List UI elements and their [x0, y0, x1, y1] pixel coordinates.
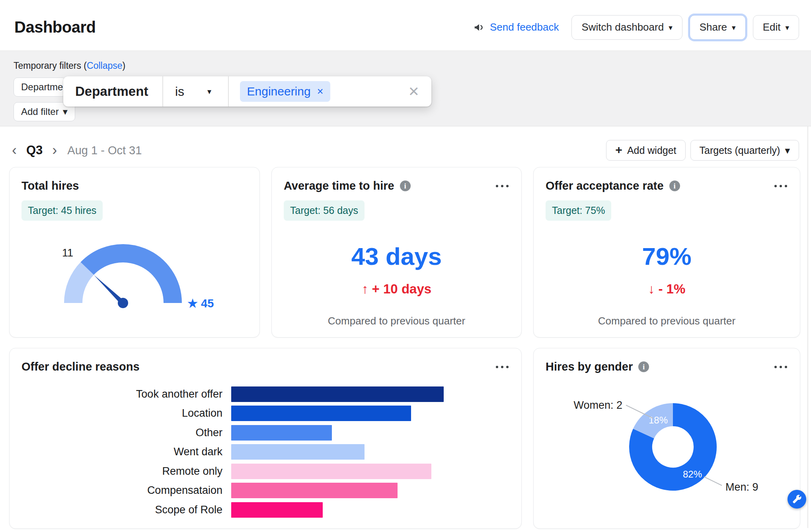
bar-row: Scope of Role	[21, 500, 509, 520]
card-title: Total hires	[21, 179, 79, 192]
chevron-down-icon: ▾	[785, 145, 790, 156]
filter-value-chip[interactable]: Engineering ×	[240, 81, 331, 102]
more-menu-icon[interactable]	[495, 363, 509, 371]
bar	[231, 502, 323, 518]
bar-label: Other	[21, 427, 231, 439]
bar-label: Took another offer	[21, 388, 231, 400]
wrench-icon	[792, 494, 802, 505]
info-icon[interactable]: i	[638, 361, 649, 372]
total-hires-gauge: 11★ 45	[10, 167, 259, 337]
bar	[231, 425, 332, 441]
bar-label: Location	[21, 407, 231, 419]
megaphone-icon	[473, 21, 485, 33]
filter-field-label[interactable]: Department	[63, 84, 162, 99]
temporary-filters-label: Temporary filters (Collapse)	[14, 60, 811, 71]
total-hires-card: Total hires Target: 45 hires 11★ 45	[9, 167, 260, 338]
bar-row: Location	[21, 404, 509, 423]
bar	[231, 464, 431, 479]
bar	[231, 406, 411, 421]
kpi-value: 79%	[546, 242, 788, 270]
support-wrench-fab[interactable]	[788, 490, 806, 509]
kpi-value: 43 days	[284, 242, 509, 270]
vertical-scrollbar[interactable]	[807, 126, 808, 528]
decline-reasons-bar-chart: Took another offerLocationOtherWent dark…	[21, 384, 509, 520]
widget-grid: Total hires Target: 45 hires 11★ 45 Aver…	[9, 167, 811, 529]
info-icon[interactable]: i	[400, 181, 411, 191]
bar	[231, 483, 398, 498]
bar	[231, 444, 365, 460]
divider	[228, 76, 229, 107]
filter-operator-dropdown[interactable]: is ▾	[163, 84, 228, 99]
send-feedback-label: Send feedback	[490, 21, 559, 33]
svg-text:18%: 18%	[649, 415, 668, 425]
temporary-filters-panel: Temporary filters (Collapse) Department …	[0, 51, 811, 126]
up-arrow-icon: ↑	[362, 282, 368, 296]
average-time-to-hire-card: Average time to hire i Target: 56 days 4…	[271, 167, 522, 338]
department-filter-button[interactable]: Department ▾	[14, 78, 66, 97]
edit-button[interactable]: Edit ▾	[753, 15, 799, 40]
bar-label: Remote only	[21, 465, 231, 478]
header: Dashboard Send feedback Switch dashboard…	[0, 0, 811, 51]
comparison-note: Compared to previous quarter	[284, 315, 509, 327]
previous-quarter-icon[interactable]: ‹	[11, 143, 18, 157]
kpi-delta: ↓ - 1%	[546, 282, 788, 297]
quarter-label: Q3	[26, 143, 43, 157]
bar-label: Went dark	[21, 446, 231, 458]
hires-by-gender-card: Hires by gender i 18%82%Women: 2Men: 9	[533, 348, 800, 529]
period-actions: + Add widget Targets (quarterly) ▾	[606, 140, 799, 161]
comparison-note: Compared to previous quarter	[546, 315, 788, 327]
header-actions: Send feedback Switch dashboard ▾ Share ▾…	[473, 15, 799, 40]
remove-value-icon[interactable]: ×	[317, 85, 324, 98]
more-menu-icon[interactable]	[774, 183, 788, 190]
collapse-link[interactable]: Collapse	[87, 60, 123, 71]
target-badge: Target: 56 days	[284, 200, 365, 221]
card-title: Average time to hire	[284, 179, 394, 192]
chevron-down-icon: ▾	[207, 87, 211, 96]
date-range: Aug 1 - Oct 31	[67, 144, 142, 157]
chevron-down-icon: ▾	[63, 106, 68, 117]
chevron-down-icon: ▾	[732, 23, 736, 32]
info-icon[interactable]: i	[669, 181, 680, 191]
offer-decline-reasons-card: Offer decline reasons Took another offer…	[9, 348, 522, 529]
card-title: Offer acceptance rate	[546, 179, 664, 192]
bar-row: Remote only	[21, 462, 509, 481]
targets-button[interactable]: Targets (quarterly) ▾	[690, 140, 799, 161]
hires-by-gender-donut: 18%82%Women: 2Men: 9	[534, 348, 799, 528]
down-arrow-icon: ↓	[648, 282, 655, 296]
bar	[231, 386, 444, 402]
svg-text:11: 11	[62, 247, 73, 259]
filter-editor-popup: Department is ▾ Engineering × ✕	[63, 76, 431, 107]
offer-acceptance-rate-card: Offer acceptance rate i Target: 75% 79% …	[533, 167, 800, 338]
bar-label: Compensataion	[21, 484, 231, 497]
more-menu-icon[interactable]	[774, 363, 788, 371]
plus-icon: +	[615, 144, 622, 156]
svg-text:Women: 2: Women: 2	[573, 399, 622, 411]
kpi-delta: ↑ + 10 days	[284, 282, 509, 297]
close-popup-icon[interactable]: ✕	[408, 83, 420, 99]
bar-row: Took another offer	[21, 384, 509, 404]
card-title: Hires by gender	[546, 360, 633, 373]
share-button[interactable]: Share ▾	[690, 15, 746, 40]
svg-text:82%: 82%	[683, 469, 702, 480]
bar-row: Went dark	[21, 443, 509, 462]
card-title: Offer decline reasons	[21, 360, 140, 373]
switch-dashboard-button[interactable]: Switch dashboard ▾	[571, 15, 682, 40]
more-menu-icon[interactable]	[495, 183, 509, 190]
bar-label: Scope of Role	[21, 504, 231, 516]
target-badge: Target: 75%	[546, 200, 611, 221]
chevron-down-icon: ▾	[785, 23, 789, 32]
add-widget-button[interactable]: + Add widget	[606, 140, 685, 161]
next-quarter-icon[interactable]: ›	[51, 143, 58, 157]
page-title: Dashboard	[14, 18, 96, 36]
bar-row: Compensataion	[21, 481, 509, 501]
svg-text:★ 45: ★ 45	[187, 297, 214, 310]
send-feedback-link[interactable]: Send feedback	[473, 21, 559, 33]
period-row: ‹ Q3 › Aug 1 - Oct 31 + Add widget Targe…	[11, 140, 799, 161]
chevron-down-icon: ▾	[669, 23, 673, 32]
target-badge: Target: 45 hires	[21, 200, 103, 221]
bar-row: Other	[21, 423, 509, 443]
svg-text:Men: 9: Men: 9	[725, 481, 758, 493]
